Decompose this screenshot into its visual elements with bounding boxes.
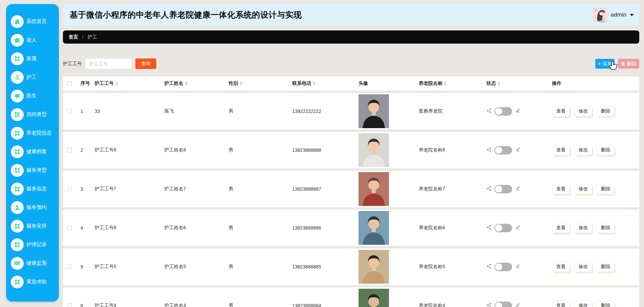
delete-button[interactable]: 删除 <box>597 145 615 155</box>
delete-button[interactable]: 删除 <box>597 301 615 307</box>
view-button[interactable]: 查看 <box>552 184 570 194</box>
column-header-label[interactable]: 联系电话 <box>292 80 311 87</box>
row-checkbox[interactable] <box>67 264 72 269</box>
share-icon[interactable] <box>486 264 491 270</box>
column-header-label: 头像 <box>359 80 368 87</box>
admin-menu[interactable]: admin <box>593 7 634 22</box>
sort-arrows-icon[interactable] <box>115 81 118 86</box>
status-toggle[interactable] <box>495 185 512 193</box>
edit-button[interactable]: 修改 <box>574 145 592 155</box>
edit-button[interactable]: 修改 <box>574 262 592 272</box>
delete-button[interactable]: 删除 <box>597 223 615 233</box>
sidebar-item-system-home[interactable]: 系统首页 <box>6 12 59 31</box>
view-button[interactable]: 查看 <box>552 223 570 233</box>
column-header-label[interactable]: 性别 <box>229 80 238 87</box>
row-checkbox[interactable] <box>67 303 72 307</box>
column-header-actions: 操作 <box>549 76 639 91</box>
sort-arrows-icon[interactable] <box>313 81 316 86</box>
status-toggle[interactable] <box>495 107 512 116</box>
sidebar-item-elderly[interactable]: 老人 <box>6 31 59 49</box>
share-icon[interactable] <box>486 186 491 192</box>
column-header-avatar: 头像 <box>356 76 416 91</box>
sort-arrows-icon[interactable] <box>444 81 447 86</box>
column-header-label[interactable]: 养老院名称 <box>419 80 442 87</box>
row-checkbox[interactable] <box>67 187 72 191</box>
status-toggle[interactable] <box>495 263 512 271</box>
sidebar-item-service-booking[interactable]: 服务预约 <box>6 198 59 217</box>
status-toggle[interactable] <box>495 146 512 155</box>
edit-button[interactable]: 修改 <box>574 184 592 194</box>
view-button[interactable]: 查看 <box>552 301 570 307</box>
sidebar-item-room-type[interactable]: 房间类型 <box>6 105 59 124</box>
cell-status <box>484 249 549 285</box>
toggle-knob <box>495 302 502 307</box>
toggle-knob <box>495 225 502 232</box>
column-header-label[interactable]: 护工工号 <box>95 80 114 87</box>
delete-button[interactable]: 删除 <box>597 262 615 272</box>
select-all-checkbox[interactable] <box>67 81 72 86</box>
column-header-label[interactable]: 护工姓名 <box>164 80 183 87</box>
cell-avatar <box>356 93 416 129</box>
edit-icon[interactable] <box>515 186 520 192</box>
cell-status <box>484 93 549 129</box>
edit-button[interactable]: 修改 <box>574 106 592 116</box>
sidebar-item-health-monitor[interactable]: 健康监测 <box>6 254 59 273</box>
sidebar: 系统首页老人家属护工医生房间类型养老院信息健康档案服务类型服务信息服务预约服务安… <box>6 4 59 302</box>
row-checkbox[interactable] <box>67 109 72 114</box>
sidebar-item-service-schedule[interactable]: 服务安排 <box>6 217 59 235</box>
view-button[interactable]: 查看 <box>552 145 570 155</box>
kit-icon <box>11 34 24 47</box>
row-checkbox[interactable] <box>67 148 72 152</box>
edit-button[interactable]: 修改 <box>574 301 592 307</box>
column-header-label[interactable]: 状态 <box>486 80 496 87</box>
breadcrumb-separator: / <box>82 34 84 40</box>
sidebar-item-label: 房间类型 <box>26 111 47 118</box>
cell-status <box>484 287 549 307</box>
share-icon[interactable] <box>486 108 491 114</box>
sidebar-item-nursing-home-info[interactable]: 养老院信息 <box>6 124 59 142</box>
edit-icon[interactable] <box>515 264 520 270</box>
share-icon[interactable] <box>486 147 491 153</box>
cell-phone: 13823888884 <box>290 287 356 307</box>
edit-icon[interactable] <box>515 303 520 307</box>
breadcrumb-home-link[interactable]: 首页 <box>69 34 78 40</box>
edit-icon[interactable] <box>515 108 520 114</box>
cell-index: 1 <box>78 93 92 129</box>
sidebar-item-doctor[interactable]: 医生 <box>6 87 59 105</box>
edit-icon[interactable] <box>515 147 520 153</box>
toggle-knob <box>495 108 502 115</box>
sidebar-item-emergency-help[interactable]: 紧急求助 <box>6 273 59 291</box>
sort-arrows-icon[interactable] <box>240 81 243 86</box>
delete-button[interactable]: 删除 <box>597 106 615 116</box>
share-icon[interactable] <box>486 225 491 231</box>
cell-phone: 13823888888 <box>290 132 356 168</box>
edit-button[interactable]: 修改 <box>574 223 592 233</box>
sidebar-item-care-record[interactable]: 护理记录 <box>6 235 59 254</box>
cell-phone: 13823888886 <box>290 210 356 246</box>
cell-phone: 13823888887 <box>290 171 356 207</box>
share-icon[interactable] <box>486 303 491 307</box>
delete-button[interactable]: 删除 <box>597 184 615 194</box>
row-checkbox[interactable] <box>67 226 72 230</box>
search-input[interactable] <box>85 58 132 69</box>
cell-home: 养老院名称8 <box>416 132 484 168</box>
status-toggle[interactable] <box>495 224 512 232</box>
batch-delete-button[interactable]: 删除 <box>618 59 639 69</box>
view-button[interactable]: 查看 <box>552 106 570 116</box>
query-button[interactable]: 查询 <box>135 58 156 69</box>
cell-worker-id: 护工工号5 <box>92 249 162 285</box>
sidebar-item-family[interactable]: 家属 <box>6 49 59 68</box>
sort-arrows-icon[interactable] <box>185 81 188 86</box>
list-icon <box>11 71 24 84</box>
sidebar-item-caregiver[interactable]: 护工 <box>6 68 59 87</box>
add-button[interactable]: + 添加 <box>595 59 615 69</box>
sidebar-item-service-info[interactable]: 服务信息 <box>6 180 59 198</box>
edit-icon[interactable] <box>515 225 520 231</box>
view-button[interactable]: 查看 <box>552 262 570 272</box>
avatar <box>359 133 389 167</box>
sidebar-item-service-type[interactable]: 服务类型 <box>6 161 59 180</box>
sidebar-item-label: 老人 <box>26 37 37 43</box>
status-toggle[interactable] <box>495 302 512 307</box>
sidebar-item-health-record[interactable]: 健康档案 <box>6 142 59 161</box>
sort-arrows-icon[interactable] <box>498 81 500 86</box>
